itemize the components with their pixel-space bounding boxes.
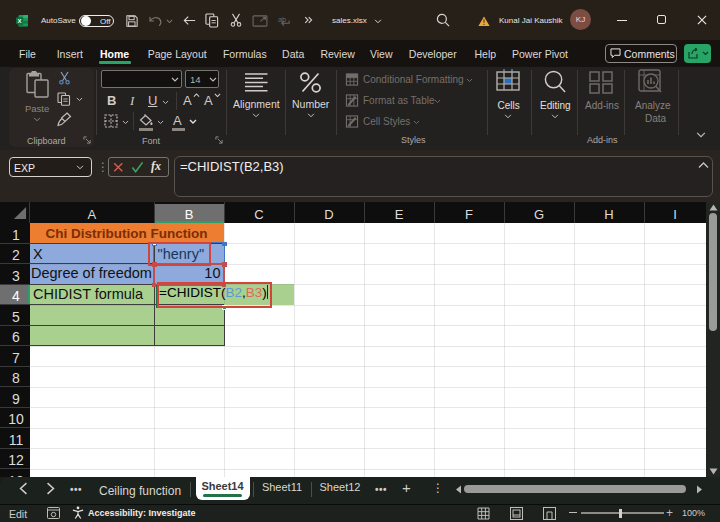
svg-text:X: X <box>17 18 21 24</box>
